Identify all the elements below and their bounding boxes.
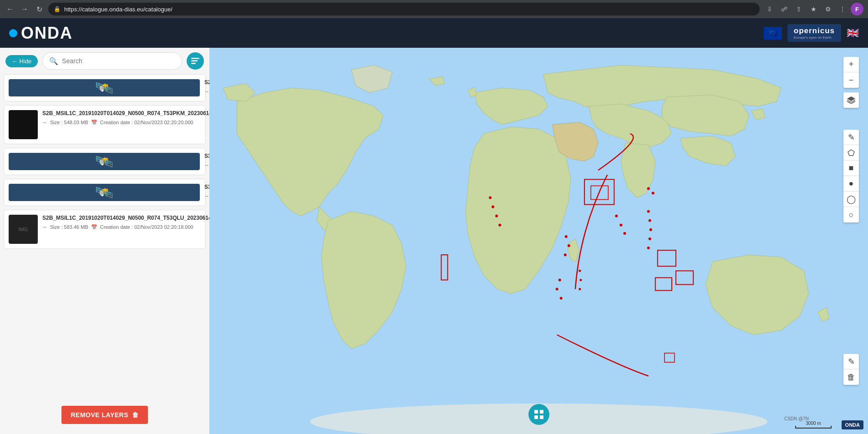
svg-rect-36 <box>534 410 538 414</box>
result-info: S3B_SR_2_LAN_HY_20231031T080926_20231031… <box>204 184 209 199</box>
result-name: S3B_SR_2_LAN_HY_20231031T080926_20231031… <box>204 184 209 191</box>
result-item[interactable]: 🛰️ S3B_SR_1_SRA_A__20231101T233449_20231… <box>4 148 206 175</box>
result-info: S2B_MSIL1C_20191020T014029_N0500_R074_T5… <box>42 110 209 126</box>
svg-rect-0 <box>191 58 199 59</box>
draw-marker-button[interactable]: ◯ <box>843 192 859 207</box>
edit-delete-controls: ✎ 🗑 <box>843 354 859 389</box>
remove-layers-button[interactable]: REMOVE LAYERS 🗑 <box>61 406 147 424</box>
result-name: S2B_MSIL1C_20191020T014029_N0500_R074_T5… <box>42 215 209 222</box>
logo-circle-icon <box>9 29 17 37</box>
sidebar-header: ← Hide 🔍 <box>0 48 209 74</box>
result-meta: ↔ Size : 548.03 MB 📅 Creation date : 02/… <box>42 120 209 126</box>
result-info: S3B_SR_1_SRA_A__20231101T233449_20231101… <box>204 153 209 168</box>
draw-line-button[interactable]: ✎ <box>843 130 859 145</box>
result-size: Size : 548.03 MB <box>50 120 88 125</box>
result-info: S2B_MSIL1C_20191020T014029_N0500_R074_T5… <box>42 215 209 230</box>
app-header: ONDA 🇪🇺 opernicus Europe's eyes on Earth… <box>0 18 868 48</box>
results-list: 🛰️ S2B_MSIL1C_20191128T084219_N0500_R064… <box>0 74 209 398</box>
svg-rect-37 <box>540 410 543 414</box>
more-icon[interactable]: ⋮ <box>836 3 849 15</box>
scale-text: 3000 m <box>806 421 821 426</box>
app-logo-text: ONDA <box>21 24 73 43</box>
search-input[interactable] <box>62 57 175 65</box>
svg-rect-2 <box>191 63 196 64</box>
size-icon: ↔ <box>42 224 47 230</box>
map-area[interactable]: + − <box>209 48 868 434</box>
edit-features-button[interactable]: ✎ <box>843 354 859 369</box>
draw-polygon-button[interactable] <box>843 145 859 161</box>
result-thumbnail: 🛰️ <box>9 153 200 170</box>
size-icon: ↔ <box>204 89 209 94</box>
csdn-watermark: CSDN @7N <box>784 416 809 421</box>
result-meta: ↔ Size : 477.68 MB 📅 Creation date : 02/… <box>204 162 209 168</box>
delete-features-button[interactable]: 🗑 <box>843 369 859 385</box>
world-map-svg <box>209 48 868 434</box>
url-text: https://catalogue.onda-dias.eu/catalogue… <box>64 6 173 13</box>
layers-control <box>843 92 859 108</box>
zoom-in-button[interactable]: + <box>843 57 859 72</box>
search-container: 🔍 <box>42 52 182 70</box>
result-item[interactable]: S2B_MSIL1C_20191020T014029_N0500_R074_T5… <box>4 105 206 144</box>
result-item[interactable]: 🛰️ S2B_MSIL1C_20191128T084219_N0500_R064… <box>4 74 206 101</box>
result-name: S3B_SR_1_SRA_A__20231101T233449_20231101… <box>204 153 209 160</box>
map-controls: + − <box>843 57 859 111</box>
zoom-controls: + − <box>843 57 859 88</box>
draw-controls: ✎ ■ ● ◯ ○ <box>843 130 859 226</box>
uk-flag-icon: 🇬🇧 <box>847 27 859 39</box>
url-bar[interactable]: 🔒 https://catalogue.onda-dias.eu/catalog… <box>48 3 760 15</box>
onda-badge: ONDA <box>842 420 863 429</box>
zoom-out-button[interactable]: − <box>843 72 859 88</box>
svg-marker-35 <box>848 150 854 156</box>
result-thumbnail: 🛰️ <box>9 184 200 201</box>
result-meta: ↔ Size : 61.92 MB 📅 Creation date : 02/N… <box>204 193 209 199</box>
size-icon: ↔ <box>204 193 209 199</box>
result-name: S2B_MSIL1C_20191128T084219_N0500_R064_T3… <box>204 79 209 86</box>
search-icon: 🔍 <box>49 57 58 66</box>
share-icon[interactable]: ⇧ <box>792 3 805 15</box>
result-size: Size : 583.46 MB <box>50 224 88 230</box>
profile-button[interactable]: F <box>851 3 863 15</box>
grid-view-button[interactable] <box>528 404 549 425</box>
lock-icon: 🔒 <box>54 6 61 12</box>
svg-rect-39 <box>540 415 543 419</box>
opernicus-label: opernicus <box>794 26 835 35</box>
forward-button[interactable]: → <box>19 4 30 15</box>
scale-bar: 3000 m <box>795 421 832 429</box>
map-bottom-center <box>528 404 549 425</box>
layers-button[interactable] <box>843 92 859 108</box>
translate-icon[interactable]: ☍ <box>778 3 791 15</box>
download-icon[interactable]: ⇩ <box>763 3 776 15</box>
back-button[interactable]: ← <box>5 4 15 15</box>
result-meta: ↔ Size : 583.46 MB 📅 Creation date : 02/… <box>42 224 209 230</box>
sidebar: ← Hide 🔍 🛰️ <box>0 48 209 434</box>
result-item[interactable]: 🛰️ S3B_SR_2_LAN_HY_20231031T080926_20231… <box>4 179 206 206</box>
size-icon: ↔ <box>204 162 209 168</box>
size-icon: ↔ <box>42 120 47 125</box>
refresh-button[interactable]: ↻ <box>34 4 45 15</box>
filter-icon <box>191 58 199 64</box>
app-logo: ONDA <box>9 24 73 43</box>
opernicus-sub: Europe's eyes on Earth <box>794 35 832 40</box>
remove-layers-label: REMOVE LAYERS <box>71 411 128 419</box>
extensions-icon[interactable]: ⚙ <box>822 3 834 15</box>
hide-button[interactable]: ← Hide <box>5 55 38 67</box>
filter-button[interactable] <box>187 52 204 70</box>
trash-icon: 🗑 <box>132 411 139 419</box>
result-thumbnail: IMG <box>9 215 38 244</box>
draw-circle-button[interactable]: ● <box>843 176 859 192</box>
map-background: + − <box>209 48 868 434</box>
draw-rectangle-button[interactable]: ■ <box>843 161 859 176</box>
calendar-icon: 📅 <box>91 224 97 230</box>
header-right: 🇪🇺 opernicus Europe's eyes on Earth 🇬🇧 <box>764 24 859 42</box>
result-item[interactable]: IMG S2B_MSIL1C_20191020T014029_N0500_R07… <box>4 210 206 249</box>
svg-rect-38 <box>534 415 538 419</box>
remove-layers-container: REMOVE LAYERS 🗑 <box>0 398 209 434</box>
draw-ring-button[interactable]: ○ <box>843 207 859 222</box>
result-name: S2B_MSIL1C_20191020T014029_N0500_R074_T5… <box>42 110 209 117</box>
draw-tool-group: ✎ ■ ● ◯ ○ <box>843 130 859 222</box>
main-content: ← Hide 🔍 🛰️ <box>0 48 868 434</box>
bookmark-icon[interactable]: ★ <box>807 3 820 15</box>
result-meta: ↔ Size : 674.49 MB 📅 Creation date : 02/… <box>204 89 209 95</box>
result-date: Creation date : 02/Nov/2023 02:20:20.000 <box>100 120 193 125</box>
grid-icon <box>534 409 544 419</box>
